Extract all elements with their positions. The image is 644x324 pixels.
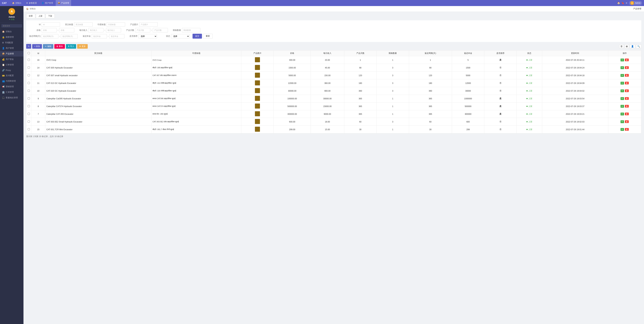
user-badge[interactable]: A Admin bbox=[629, 1, 642, 5]
row-edit-button[interactable]: ✏ bbox=[620, 89, 624, 92]
bookmark-icon[interactable]: 🔖 bbox=[621, 2, 624, 4]
filter-daily-income-min[interactable] bbox=[88, 28, 104, 32]
nav-products[interactable]: 📦 产品管理 bbox=[56, 0, 71, 6]
col-checkbox bbox=[26, 51, 31, 56]
select-all-checkbox[interactable] bbox=[28, 52, 30, 54]
sidebar-item-customer[interactable]: 🎧 客服地址管理 bbox=[0, 95, 24, 101]
row-select-checkbox[interactable] bbox=[28, 121, 30, 123]
filter-img-input[interactable] bbox=[139, 22, 158, 27]
filter-daily-income-max[interactable] bbox=[106, 28, 121, 32]
row-checkbox bbox=[26, 87, 31, 95]
filter-status-select[interactable]: 选择 上架 下架 bbox=[171, 34, 190, 39]
search-button[interactable]: 🔍 bbox=[636, 45, 641, 48]
row-delete-button[interactable]: 🗑 bbox=[625, 89, 629, 92]
delete-button[interactable]: 🗑 删除 bbox=[54, 44, 65, 49]
row-edit-button[interactable]: ✏ bbox=[620, 128, 624, 131]
row-select-checkbox[interactable] bbox=[28, 67, 30, 69]
cell-price: 500000.00 bbox=[274, 103, 311, 110]
row-edit-button[interactable]: ✏ bbox=[620, 120, 624, 123]
sidebar-item-remit[interactable]: 🏦 汇准管理 › bbox=[0, 89, 24, 95]
nav-params[interactable]: ⚙ 参数配置 bbox=[24, 0, 39, 6]
status-dot bbox=[526, 90, 528, 91]
sidebar-item-permissions[interactable]: 🔒 权限管理 › bbox=[0, 34, 24, 40]
filter-cycle-min[interactable] bbox=[42, 34, 58, 39]
row-edit-button[interactable]: ✏ bbox=[620, 105, 624, 108]
row-delete-button[interactable]: 🗑 bbox=[625, 105, 629, 108]
filter-days-min[interactable] bbox=[135, 28, 150, 32]
row-delete-button[interactable]: 🗑 bbox=[625, 128, 629, 131]
sidebar-item-product-mgmt[interactable]: 📦 产品管理 › bbox=[0, 51, 24, 57]
row-edit-button[interactable]: ✏ bbox=[620, 74, 624, 77]
filter-tab-offline[interactable]: 下架 bbox=[46, 14, 55, 18]
row-edit-button[interactable]: ✏ bbox=[620, 59, 624, 61]
row-delete-button[interactable]: 🗑 bbox=[625, 66, 629, 69]
row-delete-button[interactable]: 🗑 bbox=[625, 120, 629, 123]
status-text: 上架 bbox=[528, 59, 532, 61]
add-button[interactable]: + 添加 bbox=[32, 44, 42, 49]
filter-reset-button[interactable]: 重置 bbox=[203, 34, 213, 39]
cell-principal: 300000 bbox=[452, 110, 484, 118]
row-delete-button[interactable]: 🗑 bbox=[625, 59, 629, 61]
sidebar-search-input[interactable] bbox=[1, 24, 22, 28]
filter-recommend-select[interactable]: 选择 是 否 bbox=[138, 34, 157, 39]
home-icon[interactable]: 🏠 bbox=[617, 2, 620, 4]
row-select-checkbox[interactable] bbox=[28, 74, 30, 76]
status-text: 上架 bbox=[528, 128, 532, 131]
import-button[interactable]: ⬆ 导入 bbox=[66, 44, 76, 49]
more-button[interactable]: ⚙ 更多 bbox=[77, 44, 88, 49]
top-right-actions: 🏠 🔖 ✕ A Admin bbox=[617, 1, 642, 5]
nav-dashboard[interactable]: 🏠 控制台 bbox=[10, 0, 24, 6]
cell-days: 1 bbox=[344, 56, 376, 64]
sidebar-item-proxy[interactable]: 🔗 Proxy › bbox=[0, 68, 24, 73]
sidebar-item-user-funds[interactable]: 💰 用户资金 › bbox=[0, 57, 24, 62]
row-delete-button[interactable]: 🗑 bbox=[625, 97, 629, 100]
sidebar-item-order-mgmt[interactable]: 📋 订单管理 › bbox=[0, 62, 24, 68]
refresh-button[interactable]: ↻ bbox=[26, 44, 31, 49]
row-delete-button[interactable]: 🗑 bbox=[625, 113, 629, 115]
filter-tab-online[interactable]: 上架 bbox=[36, 14, 45, 18]
row-select-checkbox[interactable] bbox=[28, 113, 30, 115]
sidebar-item-agent-mgmt[interactable]: 👥 代理商管理 › bbox=[0, 78, 24, 84]
row-edit-button[interactable]: ✏ bbox=[620, 97, 624, 100]
cell-img bbox=[241, 87, 274, 95]
filter-price-max[interactable] bbox=[59, 28, 74, 32]
filter-en-title-input[interactable] bbox=[74, 22, 92, 27]
filter-submit-button[interactable]: 提交 bbox=[192, 34, 202, 39]
filter-days-max[interactable] bbox=[153, 28, 168, 32]
list-view-button[interactable]: ☰ bbox=[619, 45, 624, 48]
row-select-checkbox[interactable] bbox=[28, 128, 30, 130]
row-delete-button[interactable]: 🗑 bbox=[625, 74, 629, 77]
sidebar-item-advert[interactable]: 📢 营销管理 › bbox=[0, 84, 24, 89]
filter-tab-all[interactable]: 全部 bbox=[26, 14, 35, 18]
sidebar-item-dashboard[interactable]: 🏠 控制台 bbox=[0, 29, 24, 34]
cell-principal: 5 bbox=[452, 56, 484, 64]
grid-view-button[interactable]: ⊞ bbox=[625, 45, 629, 48]
cell-id: 11 bbox=[31, 79, 45, 87]
filter-price-min[interactable] bbox=[42, 28, 57, 32]
row-edit-button[interactable]: ✏ bbox=[620, 82, 624, 85]
nav-users[interactable]: 👤 用户管理 bbox=[40, 0, 55, 6]
filter-cycle-max[interactable] bbox=[61, 34, 78, 39]
sidebar-item-payment[interactable]: 💳 支付配置 › bbox=[0, 73, 24, 78]
filter-limit-qty-input[interactable] bbox=[182, 28, 200, 32]
status-dot bbox=[526, 121, 528, 122]
payment-icon: 💳 bbox=[2, 74, 5, 77]
sidebar-item-config[interactable]: ⚙ 常规配置 › bbox=[0, 40, 24, 46]
row-delete-button[interactable]: 🗑 bbox=[625, 82, 629, 84]
sidebar-item-label: 客服地址管理 bbox=[6, 96, 18, 99]
filter-id-input[interactable] bbox=[42, 22, 60, 27]
row-edit-button[interactable]: ✏ bbox=[620, 66, 624, 69]
row-edit-button[interactable]: ✏ bbox=[620, 113, 624, 115]
row-select-checkbox[interactable] bbox=[28, 82, 30, 84]
close-icon[interactable]: ✕ bbox=[626, 2, 628, 4]
row-select-checkbox[interactable] bbox=[28, 59, 30, 61]
filter-in-title-input[interactable] bbox=[107, 22, 125, 27]
edit-button[interactable]: ✏ 编辑 bbox=[43, 44, 53, 49]
settings-button[interactable]: 👤 bbox=[630, 45, 635, 48]
filter-principal-max[interactable] bbox=[109, 34, 124, 39]
row-select-checkbox[interactable] bbox=[28, 90, 30, 92]
row-select-checkbox[interactable] bbox=[28, 97, 30, 100]
sidebar-item-user-mgmt[interactable]: 👤 用户管理 › bbox=[0, 46, 24, 51]
row-select-checkbox[interactable] bbox=[28, 105, 30, 107]
filter-principal-min[interactable] bbox=[92, 34, 107, 39]
